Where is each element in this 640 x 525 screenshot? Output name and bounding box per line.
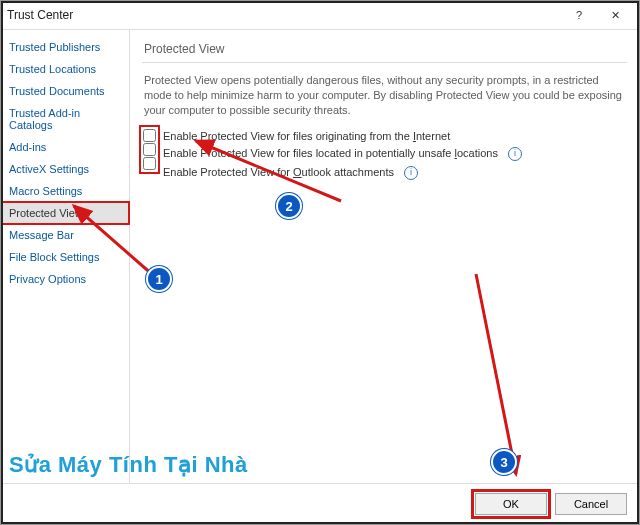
divider <box>142 62 627 63</box>
option-unsafe-locations-label[interactable]: Enable Protected View for files located … <box>163 147 522 161</box>
footer: OK Cancel <box>1 483 639 524</box>
info-icon[interactable]: i <box>508 147 522 161</box>
help-button[interactable]: ? <box>561 1 597 29</box>
sidebar-item-file-block-settings[interactable]: File Block Settings <box>1 246 129 268</box>
ok-button[interactable]: OK <box>475 493 547 515</box>
section-description: Protected View opens potentially dangero… <box>144 73 625 118</box>
sidebar-item-trusted-addin-catalogs[interactable]: Trusted Add-in Catalogs <box>1 102 129 136</box>
option-internet-label[interactable]: Enable Protected View for files originat… <box>163 130 522 142</box>
checkbox-outlook-attachments[interactable] <box>143 157 156 170</box>
content-pane: Protected View Protected View opens pote… <box>130 30 639 483</box>
sidebar-item-macro-settings[interactable]: Macro Settings <box>1 180 129 202</box>
titlebar: Trust Center ? ✕ <box>1 1 639 30</box>
sidebar-item-activex-settings[interactable]: ActiveX Settings <box>1 158 129 180</box>
watermark-text: Sửa Máy Tính Tại Nhà <box>9 452 248 478</box>
annotation-badge-2: 2 <box>276 193 302 219</box>
option-outlook-attachments-label[interactable]: Enable Protected View for Outlook attach… <box>163 166 522 180</box>
sidebar: Trusted Publishers Trusted Locations Tru… <box>1 30 130 483</box>
annotation-badge-1: 1 <box>146 266 172 292</box>
sidebar-item-message-bar[interactable]: Message Bar <box>1 224 129 246</box>
cancel-button[interactable]: Cancel <box>555 493 627 515</box>
sidebar-item-privacy-options[interactable]: Privacy Options <box>1 268 129 290</box>
sidebar-item-trusted-documents[interactable]: Trusted Documents <box>1 80 129 102</box>
sidebar-item-protected-view[interactable]: Protected View <box>1 202 129 224</box>
sidebar-item-addins[interactable]: Add-ins <box>1 136 129 158</box>
section-heading: Protected View <box>144 42 627 56</box>
trust-center-window: Trust Center ? ✕ Trusted Publishers Trus… <box>0 0 640 525</box>
sidebar-item-trusted-publishers[interactable]: Trusted Publishers <box>1 36 129 58</box>
annotation-badge-3: 3 <box>491 449 517 475</box>
checkbox-internet[interactable] <box>143 129 156 142</box>
checkbox-unsafe-locations[interactable] <box>143 143 156 156</box>
sidebar-item-trusted-locations[interactable]: Trusted Locations <box>1 58 129 80</box>
window-title: Trust Center <box>7 8 561 22</box>
info-icon[interactable]: i <box>404 166 418 180</box>
checkbox-highlight-group <box>142 128 157 171</box>
close-button[interactable]: ✕ <box>597 1 633 29</box>
